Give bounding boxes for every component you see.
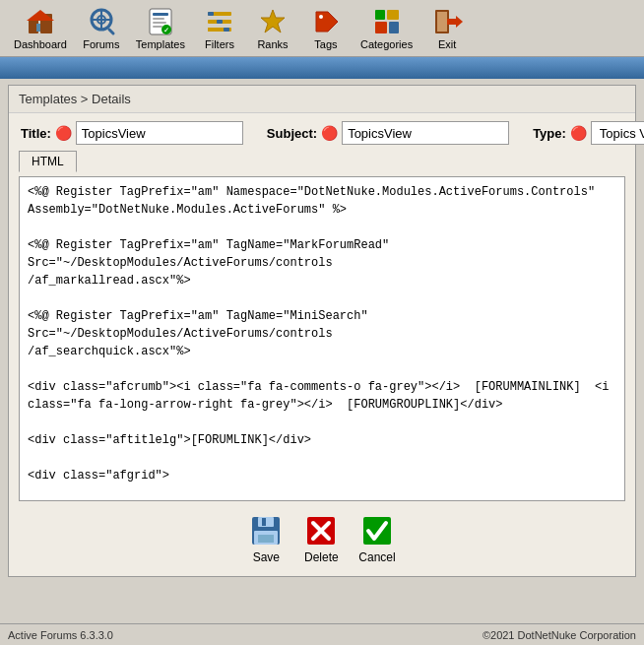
svg-rect-12 bbox=[153, 22, 166, 24]
svg-line-8 bbox=[109, 30, 113, 33]
cancel-label: Cancel bbox=[358, 550, 395, 564]
save-button[interactable]: Save bbox=[248, 513, 284, 564]
svg-rect-17 bbox=[208, 12, 214, 16]
subject-input[interactable] bbox=[342, 121, 509, 145]
form-fields: Title: 🔴 Subject: 🔴 Type: 🔴 bbox=[19, 121, 625, 145]
toolbar-dashboard[interactable]: Dashboard bbox=[8, 4, 73, 52]
filters-icon bbox=[204, 6, 235, 37]
delete-label: Delete bbox=[304, 550, 339, 564]
svg-marker-32 bbox=[456, 16, 463, 28]
svg-rect-30 bbox=[437, 12, 447, 32]
save-label: Save bbox=[253, 550, 280, 564]
templates-icon: ✓ bbox=[145, 6, 176, 37]
svg-rect-10 bbox=[153, 13, 168, 16]
toolbar-filters[interactable]: Filters bbox=[195, 4, 244, 52]
toolbar-categories[interactable]: Categories bbox=[354, 4, 419, 52]
save-icon bbox=[248, 513, 284, 548]
tags-label: Tags bbox=[314, 38, 337, 50]
ranks-icon bbox=[257, 6, 289, 37]
dashboard-label: Dashboard bbox=[14, 38, 67, 50]
toolbar-exit[interactable]: Exit bbox=[422, 4, 472, 52]
delete-button[interactable]: Delete bbox=[303, 513, 339, 564]
status-left: Active Forums 6.3.3.0 bbox=[8, 629, 113, 641]
cancel-icon bbox=[359, 513, 395, 548]
svg-text:✓: ✓ bbox=[163, 27, 169, 33]
title-required-icon: 🔴 bbox=[55, 125, 72, 141]
forums-label: Forums bbox=[83, 38, 119, 50]
type-label: Type: bbox=[533, 126, 566, 141]
toolbar-forums[interactable]: Forums bbox=[77, 4, 126, 52]
subject-label: Subject: bbox=[267, 126, 317, 141]
svg-rect-3 bbox=[36, 24, 40, 32]
svg-rect-13 bbox=[153, 26, 162, 28]
title-input[interactable] bbox=[76, 121, 243, 145]
svg-rect-27 bbox=[375, 10, 385, 20]
svg-rect-25 bbox=[375, 22, 387, 33]
status-right: ©2021 DotNetNuke Corporation bbox=[483, 629, 636, 641]
toolbar-templates[interactable]: ✓ Templates bbox=[130, 4, 191, 52]
svg-rect-11 bbox=[153, 18, 164, 20]
exit-label: Exit bbox=[438, 38, 456, 50]
templates-label: Templates bbox=[136, 38, 185, 50]
type-required-icon: 🔴 bbox=[570, 125, 587, 141]
svg-rect-26 bbox=[389, 22, 399, 33]
exit-icon bbox=[431, 6, 463, 37]
svg-rect-28 bbox=[387, 10, 399, 20]
svg-rect-19 bbox=[217, 20, 223, 24]
cancel-button[interactable]: Cancel bbox=[358, 513, 395, 564]
breadcrumb-separator: > bbox=[77, 92, 92, 106]
filters-label: Filters bbox=[205, 38, 234, 50]
svg-rect-21 bbox=[208, 28, 225, 32]
tab-html[interactable]: HTML bbox=[19, 151, 77, 172]
accent-bar bbox=[0, 57, 644, 79]
tab-bar: HTML bbox=[19, 151, 625, 172]
status-bar: Active Forums 6.3.3.0 ©2021 DotNetNuke C… bbox=[0, 623, 644, 645]
subject-required-icon: 🔴 bbox=[321, 125, 338, 141]
code-editor-wrapper: <%@ Register TagPrefix="am" Namespace="D… bbox=[19, 176, 625, 501]
subject-section: Subject: 🔴 bbox=[267, 125, 338, 141]
breadcrumb-part2: Details bbox=[92, 92, 131, 106]
action-row: Save Delete bbox=[19, 501, 625, 572]
type-section: Type: 🔴 bbox=[533, 125, 587, 141]
ranks-label: Ranks bbox=[257, 38, 288, 50]
svg-rect-35 bbox=[262, 518, 266, 526]
breadcrumb-part1: Templates bbox=[19, 92, 77, 106]
breadcrumb-text: Templates > Details bbox=[19, 92, 131, 106]
svg-rect-37 bbox=[258, 535, 274, 543]
code-editor[interactable]: <%@ Register TagPrefix="am" Namespace="D… bbox=[20, 177, 624, 500]
categories-label: Categories bbox=[360, 38, 413, 50]
svg-point-24 bbox=[319, 15, 323, 19]
title-label: Title: bbox=[21, 126, 51, 141]
toolbar: Dashboard Forums bbox=[0, 0, 644, 57]
forums-icon bbox=[86, 6, 117, 37]
tags-icon bbox=[310, 6, 342, 37]
svg-rect-22 bbox=[224, 28, 229, 32]
dashboard-icon bbox=[25, 6, 56, 37]
categories-icon bbox=[371, 6, 403, 37]
delete-icon bbox=[303, 513, 339, 548]
toolbar-ranks[interactable]: Ranks bbox=[248, 4, 297, 52]
svg-marker-23 bbox=[261, 10, 285, 32]
title-section: Title: 🔴 bbox=[21, 125, 72, 141]
toolbar-tags[interactable]: Tags bbox=[301, 4, 351, 52]
breadcrumb: Templates > Details bbox=[9, 86, 635, 113]
type-select[interactable]: Topics View Forum View Topic View Reply … bbox=[591, 121, 644, 145]
